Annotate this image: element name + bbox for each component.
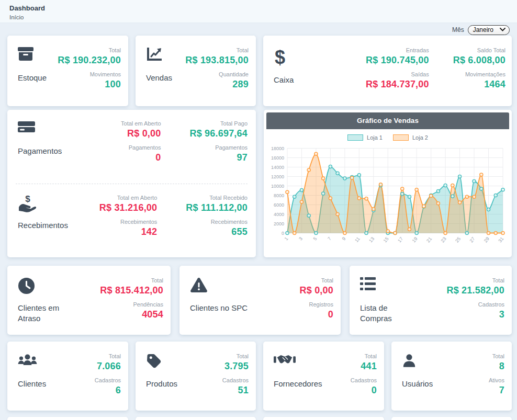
stat-label: Total <box>351 353 377 359</box>
card-estoque: Estoque Total R$ 190.232,00 Movimentos 1… <box>7 36 128 106</box>
svg-text:6000: 6000 <box>274 202 284 208</box>
stat-value: R$ 190.232,00 <box>58 55 121 66</box>
svg-text:29: 29 <box>483 236 490 243</box>
svg-text:21: 21 <box>425 236 433 243</box>
card-peek <box>391 417 512 420</box>
users-icon <box>18 353 46 374</box>
stat-label: Quantidade <box>185 71 249 77</box>
stat-value: R$ 0,00 <box>300 285 333 296</box>
stat-value: 441 <box>351 361 377 372</box>
card-usuarios: Usuários Total 8 Ativos 7 <box>391 342 512 411</box>
stat: Cadastros 51 <box>222 377 249 396</box>
stat: Total R$ 815.412,00 <box>100 277 163 296</box>
svg-text:4000: 4000 <box>274 212 284 217</box>
svg-text:31: 31 <box>497 236 504 243</box>
stat-value: 51 <box>222 385 249 396</box>
stat-value: 655 <box>186 226 248 237</box>
svg-text:27: 27 <box>469 236 476 243</box>
stat: Movimentos 100 <box>58 71 121 90</box>
card-title: Produtos <box>146 379 177 389</box>
stat-value: 0 <box>351 385 377 396</box>
sales-area-chart: 0200040006000800010000120001400016000180… <box>266 142 509 254</box>
stat-label: Total Pago <box>190 120 248 127</box>
stat-value: 97 <box>190 152 248 163</box>
svg-text:$: $ <box>275 47 285 68</box>
legend-item-loja1[interactable]: Loja 1 <box>347 134 383 141</box>
stat: Cadastros 6 <box>95 377 121 396</box>
next-row-peek <box>7 417 512 420</box>
legend-swatch-loja2 <box>393 134 409 141</box>
svg-text:10000: 10000 <box>271 184 284 189</box>
stat-value: 3.795 <box>222 361 249 372</box>
stat-value: 4054 <box>100 309 163 320</box>
stat-value: 7 <box>489 385 504 396</box>
user-icon <box>402 353 433 374</box>
stat: Total 441 <box>351 353 377 372</box>
warning-icon <box>190 277 248 298</box>
stat: Cadastros 0 <box>351 377 377 396</box>
svg-text:0: 0 <box>282 231 284 236</box>
month-select-value: Janeiro <box>473 26 493 33</box>
stat-label: Total <box>185 47 249 53</box>
stat-value: 142 <box>99 226 158 237</box>
legend-swatch-loja1 <box>347 134 363 141</box>
card-title: Estoque <box>18 73 47 83</box>
stat-value: R$ 0,00 <box>121 128 161 139</box>
stat-value: R$ 31.216,00 <box>99 202 158 213</box>
month-select[interactable]: Janeiro <box>468 25 510 35</box>
stat: Total 8 <box>489 353 504 372</box>
card-lista-compras: Lista de Compras Total R$ 21.582,00 Cada… <box>350 266 512 335</box>
legend-label: Loja 1 <box>367 134 383 141</box>
stat: Recebimentos 655 <box>186 219 248 237</box>
stat-label: Total em Aberto <box>121 120 161 127</box>
card-title: Caixa <box>274 75 294 85</box>
svg-text:$: $ <box>25 195 30 204</box>
stat: Total 3.795 <box>222 353 249 372</box>
card-peek <box>263 417 384 420</box>
stat-value: 0 <box>300 309 333 320</box>
stat: Pendências 4054 <box>100 301 163 320</box>
stat: Total R$ 190.232,00 <box>58 47 121 66</box>
svg-text:3: 3 <box>298 236 304 241</box>
stat-label: Cadastros <box>351 377 377 383</box>
card-peek <box>136 417 256 420</box>
svg-text:14000: 14000 <box>271 165 284 170</box>
stat: Total em Aberto R$ 31.216,00 <box>99 195 158 213</box>
card-title: Fornecedores <box>274 379 322 389</box>
breadcrumb: Início <box>9 14 508 20</box>
hand-dollar-icon: $ <box>18 195 68 215</box>
card-vendas: Vendas Total R$ 193.815,00 Quantidade 28… <box>136 36 256 106</box>
card-peek <box>7 417 128 420</box>
stat-label: Total <box>300 277 333 283</box>
stat-label: Total <box>447 277 505 283</box>
chevron-down-icon <box>500 28 505 31</box>
card-fornecedores: Fornecedores Total 441 Cadastros 0 <box>263 342 384 411</box>
recebimentos-section: $ Recebimentos Total em Aberto R$ 31.216… <box>7 184 256 258</box>
legend-item-loja2[interactable]: Loja 2 <box>393 134 428 141</box>
svg-text:7: 7 <box>327 236 332 241</box>
stats-row-2: Pagamentos Total em Aberto R$ 0,00 Pagam… <box>7 110 512 257</box>
svg-text:12000: 12000 <box>271 174 284 179</box>
stat-value: R$ 193.815,00 <box>185 55 249 66</box>
month-label: Mês <box>452 26 464 33</box>
stat: Total R$ 193.815,00 <box>185 47 249 66</box>
stat-label: Cadastros <box>95 377 121 383</box>
stat: Registros 0 <box>300 301 333 320</box>
card-pagamentos-recebimentos: Pagamentos Total em Aberto R$ 0,00 Pagam… <box>7 110 256 257</box>
stat: Movimentações 1464 <box>453 71 505 90</box>
stat-label: Ativos <box>489 377 504 383</box>
svg-text:23: 23 <box>440 236 447 243</box>
card-caixa: $ Caixa Entradas R$ 190.745,00 Saídas R$… <box>263 36 512 106</box>
stat-value: 0 <box>121 152 161 163</box>
svg-text:13: 13 <box>368 236 375 243</box>
svg-text:2000: 2000 <box>274 221 284 226</box>
svg-text:19: 19 <box>411 236 419 243</box>
stat-value: R$ 190.745,00 <box>366 55 429 66</box>
chart-legend: Loja 1 Loja 2 <box>266 129 509 142</box>
card-clientes-spc: Clientes no SPC Total R$ 0,00 Registros … <box>179 266 341 335</box>
svg-text:25: 25 <box>454 236 462 243</box>
stat: Total 7.066 <box>95 353 121 372</box>
svg-text:11: 11 <box>354 236 361 243</box>
stat-label: Total Recebido <box>186 195 248 201</box>
stat-value: 100 <box>58 79 121 90</box>
